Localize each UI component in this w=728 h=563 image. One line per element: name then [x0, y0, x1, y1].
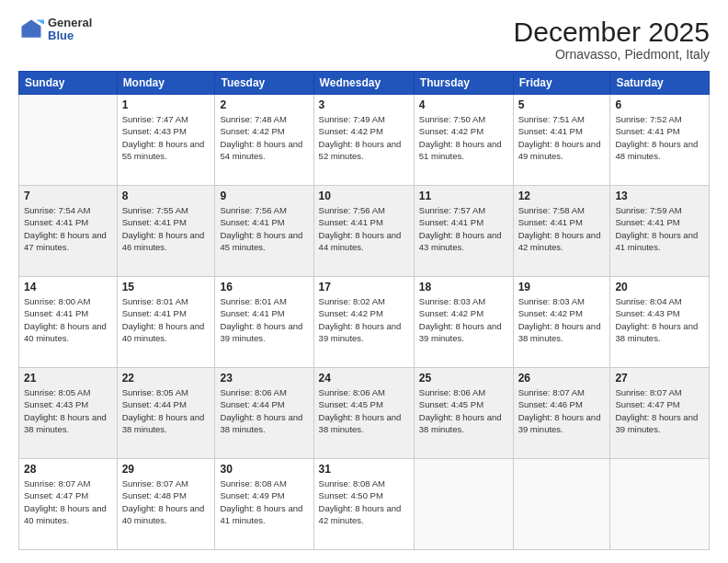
- svg-marker-0: [22, 20, 41, 38]
- table-row: 22Sunrise: 8:05 AMSunset: 4:44 PMDayligh…: [117, 368, 215, 459]
- day-info: Sunrise: 7:54 AMSunset: 4:41 PMDaylight:…: [24, 204, 112, 253]
- day-number: 11: [419, 190, 508, 202]
- day-info: Sunrise: 8:01 AMSunset: 4:41 PMDaylight:…: [220, 295, 308, 344]
- day-info: Sunrise: 8:05 AMSunset: 4:43 PMDaylight:…: [24, 386, 112, 435]
- day-info: Sunrise: 8:00 AMSunset: 4:41 PMDaylight:…: [24, 295, 112, 344]
- day-number: 21: [24, 372, 112, 385]
- table-row: 1Sunrise: 7:47 AMSunset: 4:43 PMDaylight…: [117, 95, 215, 186]
- table-row: 6Sunrise: 7:52 AMSunset: 4:41 PMDaylight…: [610, 95, 710, 186]
- day-number: 3: [319, 98, 409, 111]
- day-number: 24: [319, 372, 409, 385]
- day-number: 2: [220, 98, 308, 111]
- calendar-week-row: 28Sunrise: 8:07 AMSunset: 4:47 PMDayligh…: [19, 459, 710, 550]
- day-info: Sunrise: 8:04 AMSunset: 4:43 PMDaylight:…: [615, 295, 704, 344]
- calendar-header: Sunday Monday Tuesday Wednesday Thursday…: [19, 72, 710, 95]
- table-row: [414, 459, 513, 550]
- day-number: 25: [419, 372, 508, 385]
- day-info: Sunrise: 8:07 AMSunset: 4:46 PMDaylight:…: [518, 386, 606, 435]
- day-number: 27: [615, 372, 704, 385]
- day-number: 8: [122, 190, 210, 202]
- day-number: 31: [319, 463, 409, 476]
- day-info: Sunrise: 8:08 AMSunset: 4:49 PMDaylight:…: [220, 477, 308, 526]
- table-row: 14Sunrise: 8:00 AMSunset: 4:41 PMDayligh…: [19, 277, 118, 368]
- calendar-body: 1Sunrise: 7:47 AMSunset: 4:43 PMDaylight…: [19, 95, 710, 550]
- day-number: 1: [122, 98, 210, 111]
- day-number: 19: [518, 281, 606, 293]
- day-info: Sunrise: 7:50 AMSunset: 4:42 PMDaylight:…: [419, 113, 508, 162]
- subtitle: Ornavasso, Piedmont, Italy: [514, 47, 710, 62]
- table-row: 10Sunrise: 7:56 AMSunset: 4:41 PMDayligh…: [313, 186, 414, 277]
- table-row: 8Sunrise: 7:55 AMSunset: 4:41 PMDaylight…: [117, 186, 215, 277]
- day-info: Sunrise: 8:07 AMSunset: 4:47 PMDaylight:…: [24, 477, 112, 526]
- header-row: Sunday Monday Tuesday Wednesday Thursday…: [19, 72, 710, 95]
- table-row: [513, 459, 610, 550]
- day-number: 4: [419, 98, 508, 111]
- day-info: Sunrise: 7:47 AMSunset: 4:43 PMDaylight:…: [122, 113, 210, 162]
- table-row: 15Sunrise: 8:01 AMSunset: 4:41 PMDayligh…: [117, 277, 215, 368]
- logo: General Blue: [18, 17, 92, 43]
- table-row: 31Sunrise: 8:08 AMSunset: 4:50 PMDayligh…: [313, 459, 414, 550]
- day-number: 6: [615, 98, 704, 111]
- day-info: Sunrise: 7:52 AMSunset: 4:41 PMDaylight:…: [615, 113, 704, 162]
- day-number: 13: [615, 190, 704, 202]
- table-row: 9Sunrise: 7:56 AMSunset: 4:41 PMDaylight…: [215, 186, 313, 277]
- day-number: 20: [615, 281, 704, 293]
- day-info: Sunrise: 7:57 AMSunset: 4:41 PMDaylight:…: [419, 204, 508, 253]
- col-saturday: Saturday: [610, 72, 710, 95]
- table-row: 17Sunrise: 8:02 AMSunset: 4:42 PMDayligh…: [313, 277, 414, 368]
- day-info: Sunrise: 7:56 AMSunset: 4:41 PMDaylight:…: [220, 204, 308, 253]
- day-info: Sunrise: 7:58 AMSunset: 4:41 PMDaylight:…: [518, 204, 606, 253]
- day-number: 9: [220, 190, 308, 202]
- logo-blue: Blue: [48, 29, 92, 42]
- day-info: Sunrise: 8:06 AMSunset: 4:44 PMDaylight:…: [220, 386, 308, 435]
- day-info: Sunrise: 8:07 AMSunset: 4:47 PMDaylight:…: [615, 386, 704, 435]
- table-row: 24Sunrise: 8:06 AMSunset: 4:45 PMDayligh…: [313, 368, 414, 459]
- table-row: 20Sunrise: 8:04 AMSunset: 4:43 PMDayligh…: [610, 277, 710, 368]
- logo-general: General: [48, 17, 92, 29]
- col-tuesday: Tuesday: [215, 72, 313, 95]
- day-number: 14: [24, 281, 112, 293]
- table-row: 27Sunrise: 8:07 AMSunset: 4:47 PMDayligh…: [610, 368, 710, 459]
- table-row: 12Sunrise: 7:58 AMSunset: 4:41 PMDayligh…: [513, 186, 610, 277]
- day-number: 23: [220, 372, 308, 385]
- day-number: 18: [419, 281, 508, 293]
- day-info: Sunrise: 8:07 AMSunset: 4:48 PMDaylight:…: [122, 477, 210, 526]
- calendar-week-row: 1Sunrise: 7:47 AMSunset: 4:43 PMDaylight…: [19, 95, 710, 186]
- day-number: 5: [518, 98, 606, 111]
- table-row: 28Sunrise: 8:07 AMSunset: 4:47 PMDayligh…: [19, 459, 118, 550]
- main-title: December 2025: [514, 17, 710, 47]
- day-info: Sunrise: 8:03 AMSunset: 4:42 PMDaylight:…: [518, 295, 606, 344]
- col-wednesday: Wednesday: [313, 72, 414, 95]
- table-row: [19, 95, 118, 186]
- day-info: Sunrise: 7:55 AMSunset: 4:41 PMDaylight:…: [122, 204, 210, 253]
- table-row: 4Sunrise: 7:50 AMSunset: 4:42 PMDaylight…: [414, 95, 513, 186]
- day-number: 30: [220, 463, 308, 476]
- col-friday: Friday: [513, 72, 610, 95]
- calendar-week-row: 14Sunrise: 8:00 AMSunset: 4:41 PMDayligh…: [19, 277, 710, 368]
- day-info: Sunrise: 7:49 AMSunset: 4:42 PMDaylight:…: [319, 113, 409, 162]
- title-section: December 2025 Ornavasso, Piedmont, Italy: [514, 17, 710, 62]
- table-row: 26Sunrise: 8:07 AMSunset: 4:46 PMDayligh…: [513, 368, 610, 459]
- day-number: 12: [518, 190, 606, 202]
- table-row: 18Sunrise: 8:03 AMSunset: 4:42 PMDayligh…: [414, 277, 513, 368]
- day-info: Sunrise: 8:08 AMSunset: 4:50 PMDaylight:…: [319, 477, 409, 526]
- table-row: 19Sunrise: 8:03 AMSunset: 4:42 PMDayligh…: [513, 277, 610, 368]
- col-thursday: Thursday: [414, 72, 513, 95]
- day-info: Sunrise: 7:56 AMSunset: 4:41 PMDaylight:…: [319, 204, 409, 253]
- logo-icon: [18, 17, 44, 42]
- day-number: 17: [319, 281, 409, 293]
- table-row: 13Sunrise: 7:59 AMSunset: 4:41 PMDayligh…: [610, 186, 710, 277]
- table-row: 7Sunrise: 7:54 AMSunset: 4:41 PMDaylight…: [19, 186, 118, 277]
- day-info: Sunrise: 8:05 AMSunset: 4:44 PMDaylight:…: [122, 386, 210, 435]
- table-row: 29Sunrise: 8:07 AMSunset: 4:48 PMDayligh…: [117, 459, 215, 550]
- table-row: 5Sunrise: 7:51 AMSunset: 4:41 PMDaylight…: [513, 95, 610, 186]
- day-info: Sunrise: 8:02 AMSunset: 4:42 PMDaylight:…: [319, 295, 409, 344]
- day-number: 16: [220, 281, 308, 293]
- day-info: Sunrise: 8:01 AMSunset: 4:41 PMDaylight:…: [122, 295, 210, 344]
- day-number: 10: [319, 190, 409, 202]
- day-info: Sunrise: 7:48 AMSunset: 4:42 PMDaylight:…: [220, 113, 308, 162]
- day-number: 26: [518, 372, 606, 385]
- table-row: [610, 459, 710, 550]
- day-info: Sunrise: 7:51 AMSunset: 4:41 PMDaylight:…: [518, 113, 606, 162]
- day-info: Sunrise: 8:03 AMSunset: 4:42 PMDaylight:…: [419, 295, 508, 344]
